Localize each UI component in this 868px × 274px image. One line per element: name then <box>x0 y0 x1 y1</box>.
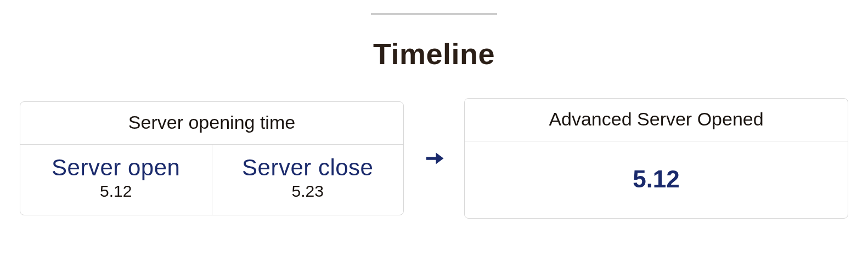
arrow-right-icon <box>420 147 448 170</box>
box-header-left: Server opening time <box>20 102 403 145</box>
server-open-label: Server open <box>20 155 212 181</box>
advanced-server-opened-box: Advanced Server Opened 5.12 <box>464 98 848 219</box>
server-open-date: 5.12 <box>20 182 212 201</box>
box-body-left: Server open 5.12 Server close 5.23 <box>20 145 403 215</box>
server-close-date: 5.23 <box>212 182 404 201</box>
server-opening-time-box: Server opening time Server open 5.12 Ser… <box>20 101 404 215</box>
advanced-server-date: 5.12 <box>465 141 848 218</box>
server-close-label: Server close <box>212 155 404 181</box>
divider <box>371 13 497 15</box>
box-header-right: Advanced Server Opened <box>465 99 848 141</box>
page-title: Timeline <box>373 37 495 71</box>
server-close-cell: Server close 5.23 <box>212 145 404 215</box>
server-open-cell: Server open 5.12 <box>20 145 212 215</box>
timeline-row: Server opening time Server open 5.12 Ser… <box>20 98 848 219</box>
